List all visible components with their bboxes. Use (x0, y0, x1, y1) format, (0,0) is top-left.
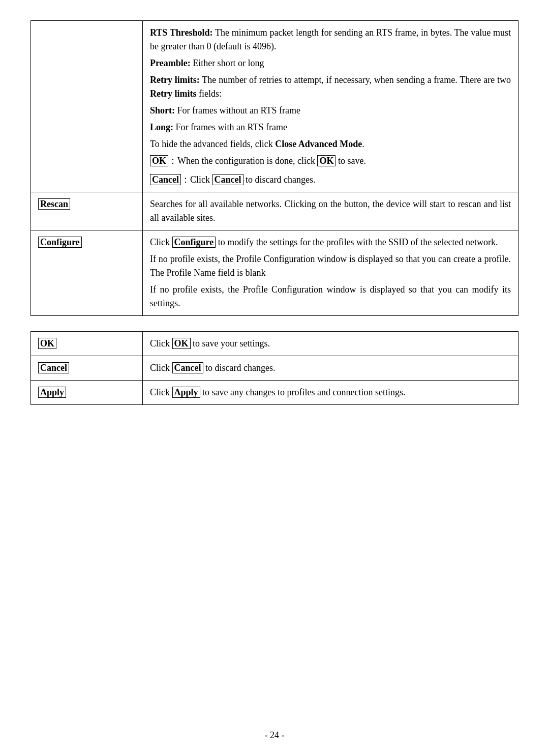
ok-save-boxed: OK (172, 338, 191, 349)
apply-save-boxed: Apply (172, 387, 200, 398)
retry-limits-bold: Retry limits (150, 89, 196, 99)
rts-threshold-text: RTS Threshold: The minimum packet length… (150, 26, 511, 53)
left-cell-cancel: Cancel (31, 356, 143, 381)
table-row-apply: Apply Click Apply to save any changes to… (31, 381, 518, 405)
apply-label-boxed: Apply (38, 387, 66, 398)
page-footer: - 24 - (0, 720, 549, 756)
table-row-rescan: Rescan Searches for all available networ… (31, 192, 518, 230)
ok-description: Click OK to save your settings. (150, 337, 511, 351)
configure-label-boxed: Configure (38, 237, 82, 248)
left-cell-ok: OK (31, 332, 143, 356)
bottom-table: OK Click OK to save your settings. Cance… (30, 331, 518, 405)
rescan-label-boxed: Rescan (38, 198, 70, 210)
right-cell-rescan: Searches for all available networks. Cli… (143, 192, 518, 230)
ok-label-boxed: OK (38, 338, 56, 349)
main-table: RTS Threshold: The minimum packet length… (30, 20, 518, 316)
long-text: Long: For frames with an RTS frame (150, 121, 511, 134)
left-cell-apply: Apply (31, 381, 143, 405)
configure-boxed: Configure (172, 237, 216, 248)
right-cell-cancel: Click Cancel to discard changes. (143, 356, 518, 381)
close-advanced-text: To hide the advanced fields, click Close… (150, 137, 511, 151)
configure-text-1: Click Configure to modify the settings f… (150, 236, 511, 249)
right-cell-ok: Click OK to save your settings. (143, 332, 518, 356)
retry-limits-text: Retry limits: The number of retries to a… (150, 73, 511, 101)
retry-limits-label: Retry limits: (150, 75, 200, 85)
cancel-description: Click Cancel to discard changes. (150, 361, 511, 375)
left-cell-configure: Configure (31, 230, 143, 316)
left-cell-empty (31, 21, 143, 192)
rts-label: RTS Threshold: (150, 27, 213, 38)
page-container: RTS Threshold: The minimum packet length… (30, 20, 518, 700)
right-cell-apply: Click Apply to save any changes to profi… (143, 381, 518, 405)
configure-text-3: If no profile exists, the Profile Config… (150, 283, 511, 310)
table-row-ok: OK Click OK to save your settings. (31, 332, 518, 356)
preamble-label: Preamble: (150, 58, 191, 68)
cancel-boxed-1: Cancel (150, 174, 181, 185)
table-row: RTS Threshold: The minimum packet length… (31, 21, 518, 192)
table-row-configure: Configure Click Configure to modify the … (31, 230, 518, 316)
preamble-text: Preamble: Either short or long (150, 56, 511, 70)
ok-save-text: OK：When the configuration is done, click… (150, 154, 511, 168)
right-cell-rts: RTS Threshold: The minimum packet length… (143, 21, 518, 192)
ok-boxed-1: OK (150, 155, 168, 166)
left-cell-rescan: Rescan (31, 192, 143, 230)
cancel-discard-text: Cancel：Click Cancel to discard changes. (150, 173, 511, 187)
page-number: - 24 - (265, 730, 285, 740)
cancel-discard-boxed: Cancel (172, 362, 203, 373)
cancel-label-boxed: Cancel (38, 362, 69, 373)
short-label: Short: (150, 105, 175, 115)
right-cell-configure: Click Configure to modify the settings f… (143, 230, 518, 316)
ok-boxed-2: OK (317, 155, 336, 166)
long-label: Long: (150, 122, 173, 132)
table-row-cancel: Cancel Click Cancel to discard changes. (31, 356, 518, 381)
rescan-description: Searches for all available networks. Cli… (150, 197, 511, 225)
configure-text-2: If no profile exists, the Profile Config… (150, 252, 511, 280)
cancel-boxed-2: Cancel (212, 174, 243, 185)
close-advanced-label: Close Advanced Mode (275, 139, 362, 149)
apply-description: Click Apply to save any changes to profi… (150, 386, 511, 399)
short-text: Short: For frames without an RTS frame (150, 104, 511, 118)
